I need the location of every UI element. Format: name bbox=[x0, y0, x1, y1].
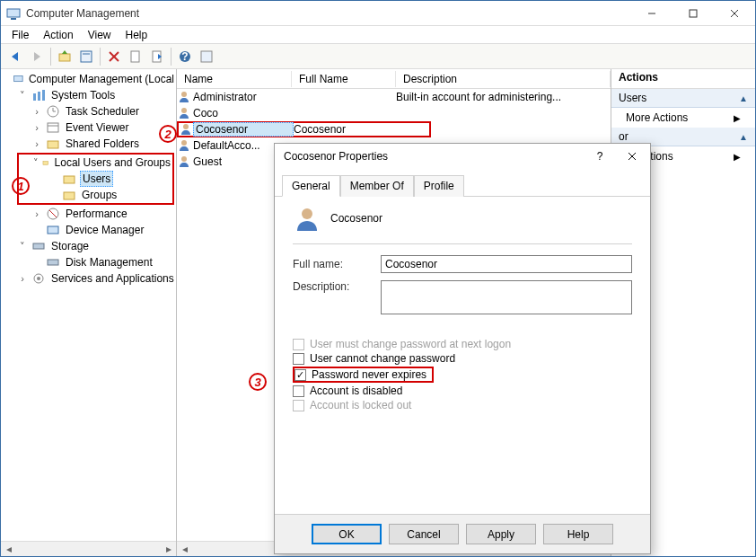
up-button[interactable] bbox=[54, 46, 75, 67]
tree-users[interactable]: Users bbox=[19, 171, 172, 187]
help-button[interactable]: Help bbox=[543, 524, 613, 544]
close-button[interactable] bbox=[714, 1, 755, 26]
tree-local-users-groups[interactable]: ˅Local Users and Groups bbox=[19, 155, 172, 171]
description-label: Description: bbox=[293, 280, 374, 293]
tree-root[interactable]: Computer Management (Local bbox=[3, 71, 176, 87]
tree-disk-management[interactable]: Disk Management bbox=[3, 254, 176, 270]
fullname-input[interactable] bbox=[381, 255, 632, 273]
svg-rect-27 bbox=[48, 123, 58, 132]
col-fullname[interactable]: Full Name bbox=[292, 71, 396, 87]
svg-rect-14 bbox=[131, 51, 139, 62]
list-row[interactable]: Coco bbox=[177, 105, 611, 121]
chevron-right-icon: ▶ bbox=[734, 152, 741, 162]
cb-locked: Account is locked out bbox=[293, 399, 632, 411]
tab-general[interactable]: General bbox=[282, 175, 340, 197]
svg-rect-37 bbox=[48, 260, 58, 265]
computer-management-window: Computer Management File Action View Hel… bbox=[0, 0, 756, 557]
nav-tree[interactable]: Computer Management (Local ˅System Tools… bbox=[1, 69, 176, 541]
callout-1: 1 bbox=[12, 177, 30, 195]
svg-rect-36 bbox=[33, 243, 44, 249]
tree-shared-folders[interactable]: ›Shared Folders bbox=[3, 136, 176, 152]
user-large-icon bbox=[293, 204, 321, 233]
tree-device-manager[interactable]: Device Manager bbox=[3, 222, 176, 238]
svg-marker-6 bbox=[12, 52, 18, 61]
description-input[interactable] bbox=[381, 280, 632, 314]
svg-line-34 bbox=[49, 210, 57, 217]
help-button[interactable]: ? bbox=[174, 46, 196, 67]
tree-task-scheduler[interactable]: ›Task Scheduler bbox=[3, 103, 176, 119]
forward-button[interactable] bbox=[26, 46, 48, 67]
tree-hscroll[interactable]: ◂▸ bbox=[1, 541, 176, 556]
svg-rect-1 bbox=[11, 18, 16, 20]
tree-system-tools[interactable]: ˅System Tools bbox=[3, 87, 176, 103]
actions-group-users[interactable]: Users▲ bbox=[611, 89, 755, 108]
options-button[interactable] bbox=[196, 46, 217, 67]
checkbox-icon[interactable] bbox=[293, 385, 304, 397]
tree-performance[interactable]: ›Performance bbox=[3, 206, 176, 222]
user-icon bbox=[177, 90, 191, 104]
collapse-icon: ▲ bbox=[739, 93, 748, 103]
svg-point-44 bbox=[181, 156, 187, 162]
menu-view[interactable]: View bbox=[83, 27, 117, 43]
checkbox-icon[interactable] bbox=[294, 369, 306, 381]
svg-rect-32 bbox=[64, 192, 75, 199]
list-row[interactable]: Administrator Built-in account for admin… bbox=[177, 89, 611, 105]
user-icon bbox=[179, 122, 193, 137]
svg-rect-23 bbox=[42, 90, 45, 101]
cancel-button[interactable]: Cancel bbox=[389, 524, 459, 544]
tree-storage[interactable]: ˅Storage bbox=[3, 238, 176, 254]
dialog-titlebar: Cocosenor Properties ? bbox=[275, 144, 650, 169]
cb-must-change: User must change password at next logon bbox=[293, 338, 632, 350]
user-icon bbox=[177, 155, 191, 169]
svg-point-41 bbox=[181, 108, 187, 113]
svg-rect-30 bbox=[43, 162, 48, 165]
user-icon bbox=[177, 138, 191, 153]
scroll-left-icon[interactable]: ◂ bbox=[1, 542, 16, 557]
refresh-button[interactable] bbox=[125, 46, 146, 67]
menu-file[interactable]: File bbox=[6, 27, 34, 43]
dialog-close-button[interactable] bbox=[616, 144, 648, 169]
titlebar: Computer Management bbox=[1, 1, 755, 26]
list-header[interactable]: Name Full Name Description bbox=[177, 69, 611, 89]
col-desc[interactable]: Description bbox=[396, 71, 611, 87]
scroll-right-icon[interactable]: ▸ bbox=[161, 542, 176, 557]
tree-services-apps[interactable]: ›Services and Applications bbox=[3, 270, 176, 287]
cb-cannot-change[interactable]: User cannot change password bbox=[293, 352, 632, 365]
menubar: File Action View Help bbox=[1, 26, 755, 44]
tab-member-of[interactable]: Member Of bbox=[340, 175, 414, 197]
maximize-button[interactable] bbox=[672, 1, 714, 26]
minimize-button[interactable] bbox=[631, 1, 672, 26]
svg-rect-21 bbox=[33, 93, 36, 101]
svg-rect-20 bbox=[14, 76, 22, 82]
menu-help[interactable]: Help bbox=[120, 27, 154, 43]
col-name[interactable]: Name bbox=[177, 71, 292, 87]
tree-groups[interactable]: Groups bbox=[19, 187, 172, 203]
cb-disabled[interactable]: Account is disabled bbox=[293, 385, 632, 397]
svg-rect-29 bbox=[48, 141, 58, 148]
cb-never-expires[interactable]: Password never expires bbox=[293, 367, 434, 383]
dialog-help-button[interactable]: ? bbox=[584, 144, 616, 169]
svg-marker-7 bbox=[34, 52, 40, 61]
export-button[interactable] bbox=[146, 46, 168, 67]
tree-event-viewer[interactable]: ›Event Viewer bbox=[3, 119, 176, 136]
back-button[interactable] bbox=[4, 46, 26, 67]
dialog-title: Cocosenor Properties bbox=[284, 150, 584, 163]
actions-more-1[interactable]: More Actions▶ bbox=[611, 108, 755, 128]
tab-profile[interactable]: Profile bbox=[414, 175, 464, 197]
ok-button[interactable]: OK bbox=[312, 524, 382, 544]
svg-rect-22 bbox=[38, 92, 40, 101]
delete-button[interactable] bbox=[103, 46, 125, 67]
dialog-body: Cocosenor Full name: Description: User m… bbox=[275, 197, 650, 514]
list-row-selected[interactable]: Cocosenor Cocosenor bbox=[177, 121, 431, 137]
scroll-left-icon[interactable]: ◂ bbox=[177, 542, 192, 557]
collapse-icon: ▲ bbox=[739, 132, 748, 142]
menu-action[interactable]: Action bbox=[38, 27, 78, 43]
apply-button[interactable]: Apply bbox=[466, 524, 536, 544]
checkbox-icon[interactable] bbox=[293, 353, 304, 365]
properties-button[interactable] bbox=[75, 46, 97, 67]
toolbar: ? bbox=[1, 44, 755, 69]
callout-3: 3 bbox=[249, 373, 267, 391]
svg-rect-19 bbox=[201, 51, 212, 62]
fullname-label: Full name: bbox=[293, 258, 374, 270]
user-icon bbox=[177, 106, 191, 120]
